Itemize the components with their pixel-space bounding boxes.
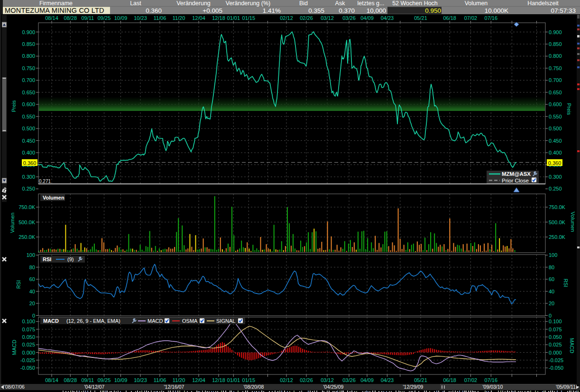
- svg-text:02/26: 02/26: [300, 377, 313, 383]
- svg-text:0.500: 0.500: [549, 126, 562, 131]
- svg-text:Volumen: Volumen: [43, 195, 64, 201]
- svg-text:0.400: 0.400: [22, 150, 35, 155]
- svg-text:0.600: 0.600: [549, 101, 562, 107]
- svg-text:0.271: 0.271: [39, 179, 51, 184]
- svg-text:0.550: 0.550: [549, 114, 562, 119]
- svg-text:07/02: 07/02: [464, 15, 478, 21]
- svg-text:01/15: 01/15: [242, 377, 256, 383]
- svg-text:04/09: 04/09: [360, 15, 374, 21]
- svg-text:0.000: 0.000: [549, 350, 562, 356]
- svg-text:letztes g...: letztes g...: [358, 0, 385, 7]
- svg-text:60: 60: [29, 276, 35, 282]
- svg-text:01/01: 01/01: [227, 15, 240, 21]
- svg-text:52 Wochen Hoch: 52 Wochen Hoch: [392, 0, 438, 7]
- svg-text:500.0K: 500.0K: [549, 219, 566, 225]
- svg-text:0.000: 0.000: [22, 350, 35, 356]
- svg-text:05/21: 05/21: [414, 15, 427, 21]
- svg-text:RSI: RSI: [16, 280, 21, 289]
- svg-text:Preis: Preis: [11, 100, 17, 112]
- svg-text:Veränderung (%): Veränderung (%): [226, 0, 271, 7]
- svg-text:0.850: 0.850: [549, 41, 562, 47]
- svg-text:'08/20/08: '08/20/08: [244, 384, 264, 390]
- svg-text:04/23: 04/23: [381, 15, 394, 21]
- svg-text:-0.050: -0.050: [20, 365, 35, 371]
- svg-text:0.360: 0.360: [548, 160, 562, 166]
- svg-text:0.850: 0.850: [22, 41, 35, 47]
- svg-text:0.250: 0.250: [22, 186, 35, 191]
- svg-text:0.750: 0.750: [22, 65, 35, 71]
- svg-text:10/09: 10/09: [114, 377, 128, 383]
- svg-text:0.100: 0.100: [22, 319, 35, 324]
- svg-text:Ask: Ask: [335, 0, 346, 7]
- svg-text:40: 40: [29, 289, 35, 294]
- svg-text:Volumen: Volumen: [9, 213, 15, 233]
- svg-text:MACD: MACD: [147, 318, 163, 324]
- svg-text:12/18: 12/18: [212, 377, 225, 383]
- svg-text:'12/16/07: '12/16/07: [164, 384, 184, 390]
- svg-text:0.360: 0.360: [23, 160, 37, 166]
- svg-text:(12, 26, 9 - EMA, EMA): (12, 26, 9 - EMA, EMA): [66, 318, 120, 324]
- svg-text:Last: Last: [130, 0, 141, 7]
- svg-text:OSMA: OSMA: [182, 318, 198, 324]
- svg-text:04/09: 04/09: [360, 377, 374, 383]
- svg-text:02/12: 02/12: [280, 377, 293, 383]
- svg-text:Preis: Preis: [566, 103, 572, 115]
- svg-text:750.0K: 750.0K: [549, 204, 566, 210]
- svg-text:0.750: 0.750: [549, 65, 562, 71]
- svg-text:0.550: 0.550: [22, 114, 35, 119]
- svg-text:0.900: 0.900: [549, 29, 562, 35]
- svg-text:Volumen: Volumen: [570, 212, 576, 232]
- svg-text:07/16: 07/16: [485, 15, 498, 21]
- svg-text:-0.025: -0.025: [549, 357, 563, 363]
- svg-text:+0.005: +0.005: [203, 7, 222, 14]
- svg-text:09/25: 09/25: [98, 15, 111, 21]
- svg-text:-0.025: -0.025: [20, 357, 35, 363]
- svg-text:MACD: MACD: [43, 318, 59, 324]
- svg-text:-0.050: -0.050: [549, 365, 563, 371]
- svg-text:12/04: 12/04: [192, 377, 205, 383]
- svg-text:0.450: 0.450: [549, 138, 562, 144]
- svg-text:MACD: MACD: [11, 340, 17, 355]
- svg-text:0.355: 0.355: [308, 7, 324, 14]
- svg-text:0: 0: [549, 313, 552, 319]
- svg-text:01/01: 01/01: [227, 377, 240, 383]
- svg-text:Firmenname: Firmenname: [39, 0, 73, 7]
- svg-text:MZM@ASX: MZM@ASX: [502, 171, 531, 177]
- svg-text:0.360: 0.360: [146, 7, 162, 14]
- svg-text:0.370: 0.370: [339, 7, 355, 14]
- svg-text:'08/07/06: '08/07/06: [4, 384, 25, 390]
- svg-text:09/25: 09/25: [98, 377, 111, 383]
- svg-text:'04/25/09: '04/25/09: [323, 384, 344, 390]
- svg-text:100: 100: [549, 252, 557, 258]
- svg-text:0.300: 0.300: [22, 174, 35, 180]
- svg-text:08/28: 08/28: [64, 15, 77, 21]
- svg-text:10/23: 10/23: [134, 15, 147, 21]
- svg-text:0.500: 0.500: [22, 126, 35, 131]
- svg-text:0.025: 0.025: [22, 342, 35, 347]
- svg-text:11/06: 11/06: [154, 15, 166, 21]
- svg-text:SIGNAL: SIGNAL: [216, 318, 235, 324]
- svg-text:11/06: 11/06: [154, 377, 166, 383]
- svg-text:08/14: 08/14: [45, 15, 58, 21]
- svg-text:RSI: RSI: [563, 279, 569, 287]
- svg-text:11/20: 11/20: [173, 377, 185, 383]
- svg-text:1.41%: 1.41%: [263, 7, 281, 14]
- svg-text:Handelszeit: Handelszeit: [527, 0, 559, 7]
- svg-text:Prior Close: Prior Close: [502, 178, 529, 183]
- svg-text:750.0K: 750.0K: [18, 204, 36, 210]
- svg-text:(9): (9): [67, 256, 74, 262]
- svg-text:MONTEZUMA MINING CO LTD: MONTEZUMA MINING CO LTD: [5, 7, 104, 14]
- svg-text:03/26: 03/26: [342, 15, 356, 21]
- svg-text:0.700: 0.700: [22, 77, 35, 83]
- svg-text:40: 40: [549, 289, 554, 294]
- svg-text:80: 80: [29, 264, 35, 270]
- svg-text:10/09: 10/09: [114, 15, 128, 21]
- svg-text:0.800: 0.800: [22, 53, 35, 59]
- svg-text:09/11: 09/11: [81, 15, 94, 21]
- svg-text:'05/09/11: '05/09/11: [556, 384, 576, 390]
- svg-text:0.950: 0.950: [425, 7, 441, 14]
- svg-text:12/18: 12/18: [212, 15, 225, 21]
- svg-text:10/23: 10/23: [134, 377, 147, 383]
- svg-text:0.075: 0.075: [549, 327, 562, 332]
- svg-text:12/04: 12/04: [192, 15, 205, 21]
